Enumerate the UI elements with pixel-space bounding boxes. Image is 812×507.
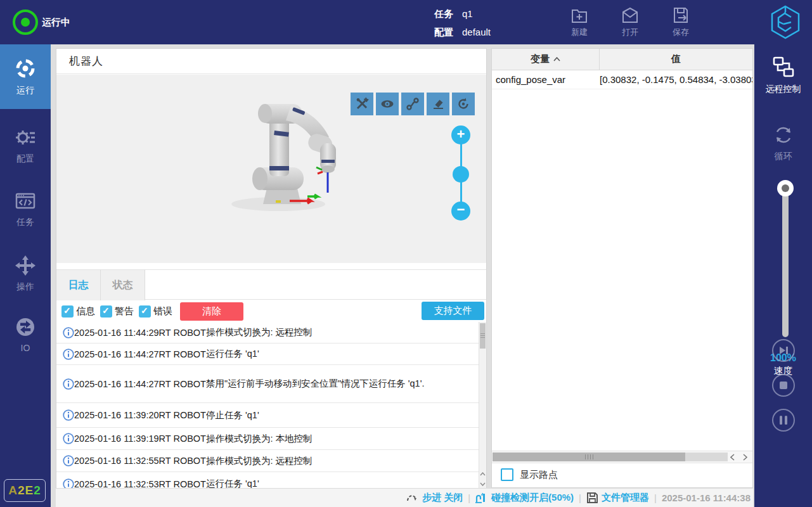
filter-warning-label: 警告 xyxy=(115,305,134,318)
filter-info-checkbox[interactable]: 信息 xyxy=(61,305,95,318)
scroll-down-button[interactable] xyxy=(479,479,486,489)
filter-warning-checkbox[interactable]: 警告 xyxy=(100,305,134,318)
code-window-icon xyxy=(15,190,36,212)
sidebar-item-config-label: 配置 xyxy=(0,153,51,165)
pause-button[interactable] xyxy=(772,409,795,432)
column-variable-header[interactable]: 变量 xyxy=(492,49,600,70)
log-message: 操作模式切换为: 远程控制 xyxy=(206,326,479,338)
scroll-up-button[interactable] xyxy=(479,469,486,478)
log-source: RT ROBOT xyxy=(159,410,206,420)
step-arrow-icon xyxy=(406,492,419,504)
step-forward-button[interactable] xyxy=(772,339,795,362)
log-row[interactable]: 2025-01-16 11:39:20 RT ROBOT 停止任务 'q1' xyxy=(56,403,479,428)
sidebar-item-operate[interactable]: 操作 xyxy=(0,246,51,307)
log-message: 禁用"运行前手动移动到安全位置"情况下运行任务 'q1'. xyxy=(206,378,479,390)
view-settings-button[interactable] xyxy=(351,93,373,115)
log-row[interactable]: 2025-01-16 11:44:27 RT ROBOT 运行任务 'q1' xyxy=(56,343,479,365)
task-value: q1 xyxy=(462,4,473,23)
reset-view-button[interactable] xyxy=(452,93,475,115)
robot-panel-title: 机器人 xyxy=(69,49,486,74)
column-value-label: 值 xyxy=(671,53,681,65)
filter-error-checkbox[interactable]: 错误 xyxy=(139,305,172,318)
scroll-left-button[interactable] xyxy=(726,451,738,463)
scroll-right-button[interactable] xyxy=(739,451,751,463)
robot-model-badge: A 2 E 2 xyxy=(4,479,46,502)
zoom-slider-handle[interactable] xyxy=(453,166,469,183)
speed-slider-handle[interactable] xyxy=(777,180,794,196)
robot-3d-viewport[interactable]: + − xyxy=(56,75,486,263)
statusbar-divider: | xyxy=(468,492,470,503)
remote-control-mode[interactable]: 远程控制 xyxy=(754,56,812,95)
robot-panel-header: 机器人 xyxy=(56,49,486,74)
log-row[interactable]: 2025-01-16 11:32:55 RT ROBOT 操作模式切换为: 远程… xyxy=(56,450,479,472)
info-icon xyxy=(56,327,74,338)
new-task-button[interactable]: 新建 xyxy=(562,6,597,38)
speed-slider-track[interactable] xyxy=(782,188,789,337)
tab-log[interactable]: 日志 xyxy=(56,270,101,300)
robot-log-panel: 机器人 xyxy=(56,48,487,488)
badge-letter: E xyxy=(25,484,34,497)
step-mode-toggle[interactable]: 步进 关闭 xyxy=(406,492,463,504)
log-time: 2025-01-16 11:39:20 xyxy=(74,410,159,420)
log-scrollbar-thumb[interactable] xyxy=(480,323,486,349)
new-task-label: 新建 xyxy=(571,27,588,37)
info-icon xyxy=(56,409,74,421)
hscroll-thumb[interactable] xyxy=(493,452,685,461)
collision-icon xyxy=(475,492,488,504)
top-bar: 运行中 任务 q1 配置 default 新建 打开 xyxy=(0,0,812,44)
log-source: RT ROBOT xyxy=(159,379,206,389)
support-files-button[interactable]: 支持文件 xyxy=(422,302,484,320)
show-path-button[interactable] xyxy=(401,93,424,115)
checkbox-checked-icon xyxy=(139,305,151,318)
erase-path-button[interactable] xyxy=(427,93,449,115)
show-waypoints-checkbox[interactable] xyxy=(501,468,513,481)
save-task-button[interactable]: 保存 xyxy=(663,6,699,38)
sort-ascending-icon xyxy=(553,57,560,61)
column-value-header[interactable]: 值 xyxy=(600,49,752,70)
move-arrows-icon xyxy=(15,255,36,276)
log-source: RT ROBOT xyxy=(159,349,206,359)
zoom-out-button[interactable]: − xyxy=(451,202,470,221)
log-time: 2025-01-16 11:32:53 xyxy=(74,479,159,489)
open-task-button[interactable]: 打开 xyxy=(612,6,648,38)
sidebar-item-task[interactable]: 任务 xyxy=(0,183,51,243)
stop-button[interactable] xyxy=(772,374,795,397)
rotate-view-icon xyxy=(456,97,470,111)
sidebar-item-run[interactable]: 运行 xyxy=(0,44,51,109)
log-row[interactable]: 2025-01-16 11:39:19 RT ROBOT 操作模式切换为: 本地… xyxy=(56,428,479,450)
skip-forward-icon xyxy=(778,346,789,355)
variable-row[interactable]: config_pose_var [0.30832, -0.1475, 0.548… xyxy=(492,70,752,89)
clear-log-button[interactable]: 清除 xyxy=(180,302,243,321)
sidebar-item-io[interactable]: IO xyxy=(0,307,51,368)
left-nav-sidebar: 运行 配置 任务 xyxy=(0,44,51,507)
remote-control-label: 远程控制 xyxy=(754,84,812,95)
config-label: 配置 xyxy=(434,23,460,41)
log-row[interactable]: 2025-01-16 11:32:53 RT ROBOT 运行任务 'q1' xyxy=(56,472,479,489)
running-status-label: 运行中 xyxy=(42,0,70,44)
log-filter-row: 信息 警告 错误 清除 支持文件 xyxy=(56,300,486,322)
robot-arm-render xyxy=(215,98,342,218)
view-visibility-button[interactable] xyxy=(376,93,399,115)
statusbar-divider: | xyxy=(654,492,657,503)
zoom-in-button[interactable]: + xyxy=(451,125,470,144)
variables-horizontal-scrollbar[interactable] xyxy=(492,451,752,463)
sidebar-item-config[interactable]: 配置 xyxy=(0,119,51,180)
collision-detect-toggle[interactable]: 碰撞检测开启(50%) xyxy=(475,492,574,504)
info-icon xyxy=(56,349,74,360)
hscroll-track[interactable] xyxy=(493,452,728,461)
tools-icon xyxy=(355,97,369,111)
file-manager-button[interactable]: 文件管理器 xyxy=(586,492,649,504)
log-row[interactable]: 2025-01-16 11:44:27 RT ROBOT 禁用"运行前手动移动到… xyxy=(56,365,479,403)
task-config-info: 任务 q1 配置 default xyxy=(434,4,491,41)
remote-control-icon xyxy=(772,56,795,79)
log-vertical-scrollbar[interactable] xyxy=(479,322,486,489)
loop-mode[interactable]: 循环 xyxy=(754,124,812,162)
log-time: 2025-01-16 11:44:29 xyxy=(74,328,159,338)
log-list[interactable]: 2025-01-16 11:44:29 RT ROBOT 操作模式切换为: 远程… xyxy=(56,322,479,489)
log-source: RT ROBOT xyxy=(159,328,206,338)
badge-letter: 2 xyxy=(18,484,25,497)
viewport-toolbar xyxy=(351,93,475,115)
log-row[interactable]: 2025-01-16 11:44:29 RT ROBOT 操作模式切换为: 远程… xyxy=(56,322,479,343)
tab-status[interactable]: 状态 xyxy=(101,270,145,300)
save-icon xyxy=(671,6,690,25)
